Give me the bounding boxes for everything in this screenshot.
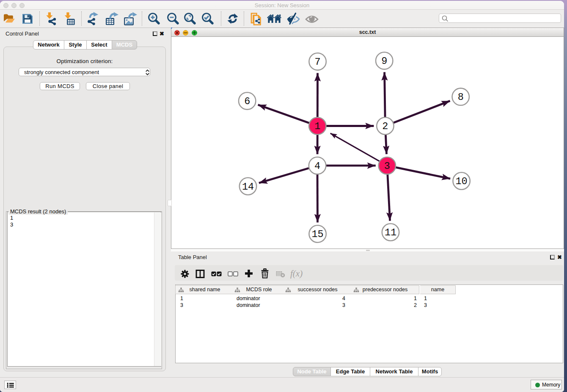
svg-text:1: 1 (314, 121, 320, 132)
svg-text:2: 2 (382, 121, 388, 132)
svg-text:4: 4 (314, 160, 320, 172)
svg-text:15: 15 (311, 229, 323, 240)
svg-text:8: 8 (458, 91, 464, 103)
svg-text:14: 14 (242, 181, 254, 193)
svg-text:10: 10 (455, 176, 467, 187)
svg-text:11: 11 (385, 227, 396, 238)
svg-text:7: 7 (315, 56, 321, 68)
svg-text:6: 6 (244, 96, 250, 107)
svg-text:3: 3 (384, 160, 390, 172)
svg-text:9: 9 (381, 55, 387, 67)
